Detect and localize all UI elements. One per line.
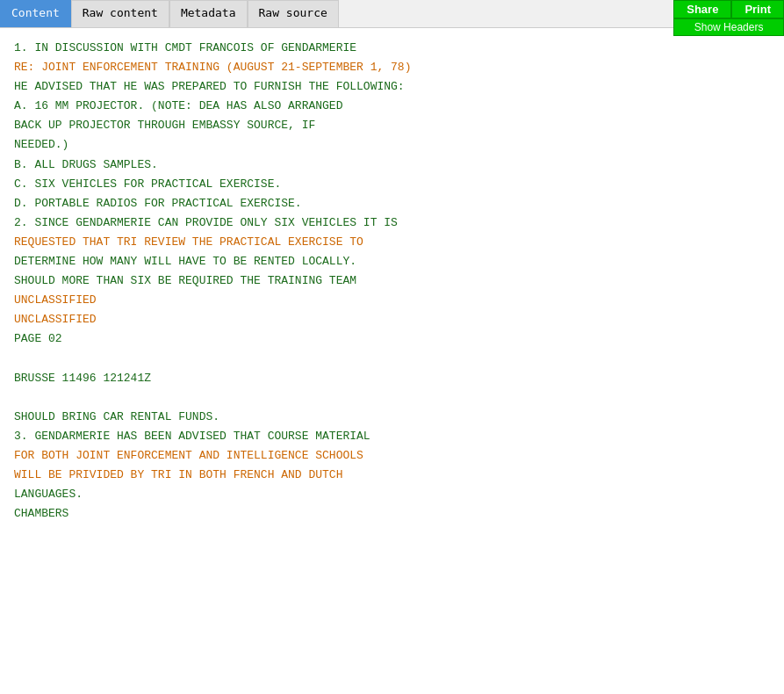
content-line: 1. IN DISCUSSION WITH CMDT FRANCOIS OF G… [14, 39, 770, 58]
content-line: BACK UP PROJECTOR THROUGH EMBASSY SOURCE… [14, 116, 770, 135]
content-line: CHAMBERS [14, 504, 770, 524]
content-line: REQUESTED THAT TRI REVIEW THE PRACTICAL … [14, 233, 770, 252]
content-line: SHOULD BRING CAR RENTAL FUNDS. [14, 408, 770, 427]
content-line: C. SIX VEHICLES FOR PRACTICAL EXERCISE. [14, 175, 770, 194]
content-line: UNCLASSIFIED [14, 310, 770, 329]
content-line: BRUSSE 11496 121241Z [14, 369, 770, 388]
content-line: WILL BE PRIVIDED BY TRI IN BOTH FRENCH A… [14, 466, 770, 485]
tab-content[interactable]: Content [0, 0, 71, 27]
share-button[interactable]: Share [673, 0, 731, 18]
spacer-line [14, 388, 770, 408]
content-line: NEEDED.) [14, 135, 770, 155]
tab-metadata[interactable]: Metadata [169, 0, 248, 27]
top-bar: Content Raw content Metadata Raw source … [0, 0, 784, 28]
content-area: 1. IN DISCUSSION WITH CMDT FRANCOIS OF G… [0, 28, 784, 534]
content-line: D. PORTABLE RADIOS FOR PRACTICAL EXERCIS… [14, 194, 770, 213]
content-line: DETERMINE HOW MANY WILL HAVE TO BE RENTE… [14, 252, 770, 271]
show-headers-button[interactable]: Show Headers [673, 18, 784, 36]
content-line: LANGUAGES. [14, 485, 770, 504]
content-line: PAGE 02 [14, 329, 770, 349]
content-line: 2. SINCE GENDARMERIE CAN PROVIDE ONLY SI… [14, 213, 770, 233]
content-line: UNCLASSIFIED [14, 291, 770, 310]
tab-raw-source[interactable]: Raw source [248, 0, 339, 27]
content-line: SHOULD MORE THAN SIX BE REQUIRED THE TRA… [14, 271, 770, 291]
content-line: 3. GENDARMERIE HAS BEEN ADVISED THAT COU… [14, 427, 770, 446]
content-line: HE ADVISED THAT HE WAS PREPARED TO FURNI… [14, 77, 770, 97]
content-line: A. 16 MM PROJECTOR. (NOTE: DEA HAS ALSO … [14, 97, 770, 116]
content-line: FOR BOTH JOINT ENFORCEMENT AND INTELLIGE… [14, 446, 770, 466]
top-right-actions: Share Print Show Headers [673, 0, 784, 27]
tab-raw-content[interactable]: Raw content [71, 0, 169, 27]
print-button[interactable]: Print [731, 0, 784, 18]
spacer-line [14, 350, 770, 369]
content-line: B. ALL DRUGS SAMPLES. [14, 155, 770, 175]
content-line: RE: JOINT ENFORCEMENT TRAINING (AUGUST 2… [14, 58, 770, 77]
